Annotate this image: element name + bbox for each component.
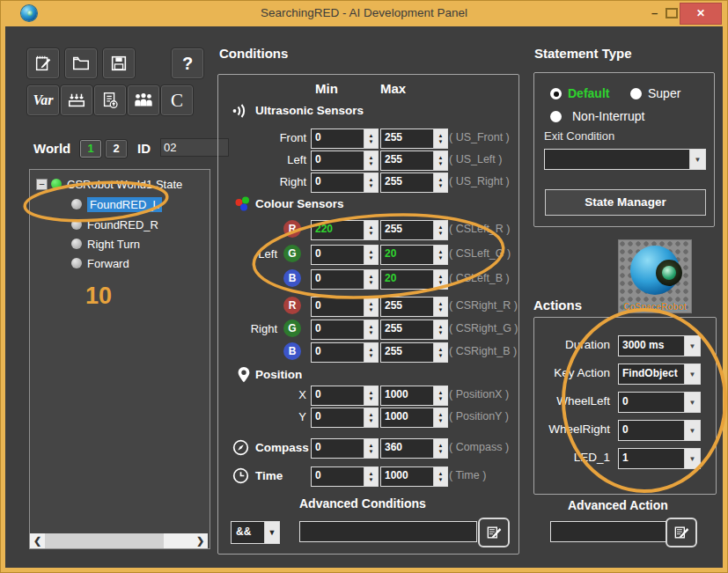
spinner-arrows-icon[interactable]: ▲▼ <box>364 439 378 458</box>
spinner-arrows-icon[interactable]: ▲▼ <box>433 151 447 170</box>
chevron-down-icon[interactable]: ▼ <box>684 421 700 440</box>
advanced-conditions-input[interactable] <box>299 521 477 542</box>
min-spinner[interactable]: 0▲▼ <box>311 320 379 340</box>
spinner-arrows-icon[interactable]: ▲▼ <box>364 320 378 339</box>
tree-item-label-selected[interactable]: FoundRED_L <box>87 197 162 212</box>
min-spinner[interactable]: 0▲▼ <box>311 386 379 406</box>
tree-item[interactable]: FoundRED_L <box>71 195 162 213</box>
max-spinner[interactable]: 1000▲▼ <box>380 386 448 406</box>
tree-item[interactable]: FoundRED_R <box>71 216 158 233</box>
spinner-arrows-icon[interactable]: ▲▼ <box>364 386 378 405</box>
min-spinner[interactable]: 0▲▼ <box>311 466 379 487</box>
world-2-button[interactable]: 2 <box>105 139 128 158</box>
help-button[interactable]: ? <box>171 48 204 79</box>
spinner-arrows-icon[interactable]: ▲▼ <box>364 129 378 148</box>
max-spinner[interactable]: 255▲▼ <box>380 151 448 171</box>
scrollbar-thumb[interactable] <box>45 533 164 548</box>
tree-item[interactable]: Forward <box>71 254 129 272</box>
spinner-arrows-icon[interactable]: ▲▼ <box>433 467 447 486</box>
max-spinner[interactable]: 20▲▼ <box>380 269 448 290</box>
min-spinner[interactable]: 0▲▼ <box>311 129 379 149</box>
radio-default-label[interactable]: Default <box>568 86 609 100</box>
radio-default[interactable] <box>550 88 562 99</box>
exit-condition-dropdown[interactable]: ▼ <box>544 149 706 170</box>
c-code-button[interactable]: C <box>160 84 194 116</box>
world-1-button[interactable]: 1 <box>79 139 102 158</box>
min-spinner[interactable]: 0▲▼ <box>311 342 379 363</box>
spinner-arrows-icon[interactable]: ▲▼ <box>433 129 447 148</box>
wheel-right-dropdown[interactable]: 0 ▼ <box>618 420 701 441</box>
spinner-arrows-icon[interactable]: ▲▼ <box>433 343 447 362</box>
scroll-left-icon[interactable]: ❮ <box>30 533 45 548</box>
minimize-button[interactable]: – <box>651 9 658 18</box>
state-tree[interactable]: – CSRobot World1 State FoundRED_L FoundR… <box>29 169 210 549</box>
spinner-arrows-icon[interactable]: ▲▼ <box>364 173 378 192</box>
variables-button[interactable]: Var <box>26 84 60 116</box>
key-action-dropdown[interactable]: FindObject ▼ <box>618 364 701 385</box>
edit-action-button[interactable] <box>665 518 697 547</box>
chevron-down-icon[interactable]: ▼ <box>684 393 700 412</box>
max-spinner[interactable]: 255▲▼ <box>380 297 448 317</box>
max-spinner[interactable]: 1000▲▼ <box>380 466 448 487</box>
chevron-down-icon[interactable]: ▼ <box>689 150 705 169</box>
chevron-down-icon[interactable]: ▼ <box>684 364 700 384</box>
tree-item[interactable]: Right Turn <box>71 235 140 253</box>
min-spinner[interactable]: 0▲▼ <box>311 297 379 317</box>
spinner-arrows-icon[interactable]: ▲▼ <box>433 439 447 458</box>
tree-item-label[interactable]: Forward <box>87 257 129 270</box>
close-button[interactable]: ✕ <box>680 3 722 25</box>
max-spinner[interactable]: 360▲▼ <box>380 438 448 459</box>
max-spinner[interactable]: 255▲▼ <box>380 320 448 340</box>
duration-dropdown[interactable]: 3000 ms ▼ <box>618 335 701 356</box>
spinner-arrows-icon[interactable]: ▲▼ <box>433 386 447 405</box>
export-document-button[interactable] <box>93 84 127 116</box>
open-folder-button[interactable] <box>64 48 98 79</box>
state-manager-button[interactable]: State Manager <box>545 189 706 216</box>
collapse-icon[interactable]: – <box>36 179 48 190</box>
min-spinner[interactable]: 220▲▼ <box>311 220 379 240</box>
horizontal-scrollbar[interactable]: ❮ ❯ <box>30 533 208 548</box>
radio-non-interrupt-label[interactable]: Non-Interrupt <box>572 109 644 123</box>
save-button[interactable] <box>102 48 136 79</box>
max-spinner[interactable]: 255▲▼ <box>380 220 448 240</box>
min-spinner[interactable]: 0▲▼ <box>311 438 379 459</box>
max-spinner[interactable]: 1000▲▼ <box>380 408 448 428</box>
tree-item-label[interactable]: FoundRED_R <box>87 218 158 231</box>
min-spinner[interactable]: 0▲▼ <box>311 173 379 193</box>
radio-non-interrupt[interactable] <box>550 111 562 122</box>
spinner-arrows-icon[interactable]: ▲▼ <box>364 467 378 486</box>
spinner-arrows-icon[interactable]: ▲▼ <box>364 298 378 316</box>
chevron-down-icon[interactable]: ▼ <box>264 522 279 543</box>
spinner-arrows-icon[interactable]: ▲▼ <box>433 246 447 264</box>
spinner-arrows-icon[interactable]: ▲▼ <box>364 246 378 264</box>
radio-super[interactable] <box>630 88 642 99</box>
spinner-arrows-icon[interactable]: ▲▼ <box>433 221 447 239</box>
spinner-arrows-icon[interactable]: ▲▼ <box>433 320 447 339</box>
chevron-down-icon[interactable]: ▼ <box>684 336 700 356</box>
radio-super-label[interactable]: Super <box>648 86 680 100</box>
tree-root-row[interactable]: – CSRobot World1 State <box>36 175 182 193</box>
team-button[interactable] <box>127 84 160 116</box>
new-edit-button[interactable] <box>26 48 60 79</box>
max-spinner[interactable]: 255▲▼ <box>380 129 448 149</box>
spinner-arrows-icon[interactable]: ▲▼ <box>364 151 378 170</box>
max-spinner[interactable]: 20▲▼ <box>380 245 448 265</box>
scroll-right-icon[interactable]: ❯ <box>193 533 208 548</box>
tree-item-label[interactable]: Right Turn <box>87 238 140 251</box>
led1-dropdown[interactable]: 1 ▼ <box>618 448 701 469</box>
min-spinner[interactable]: 0▲▼ <box>311 151 379 171</box>
chevron-down-icon[interactable]: ▼ <box>684 449 700 468</box>
import-button[interactable] <box>60 84 93 116</box>
spinner-arrows-icon[interactable]: ▲▼ <box>364 270 378 289</box>
maximize-button[interactable] <box>665 8 678 18</box>
spinner-arrows-icon[interactable]: ▲▼ <box>364 343 378 362</box>
max-spinner[interactable]: 255▲▼ <box>380 342 448 363</box>
edit-conditions-button[interactable] <box>478 518 510 547</box>
spinner-arrows-icon[interactable]: ▲▼ <box>364 221 378 239</box>
min-spinner[interactable]: 0▲▼ <box>311 408 379 428</box>
spinner-arrows-icon[interactable]: ▲▼ <box>364 408 378 427</box>
operator-dropdown[interactable]: && ▼ <box>231 521 280 544</box>
min-spinner[interactable]: 0▲▼ <box>311 245 379 265</box>
advanced-action-input[interactable] <box>550 521 666 542</box>
spinner-arrows-icon[interactable]: ▲▼ <box>433 298 447 316</box>
